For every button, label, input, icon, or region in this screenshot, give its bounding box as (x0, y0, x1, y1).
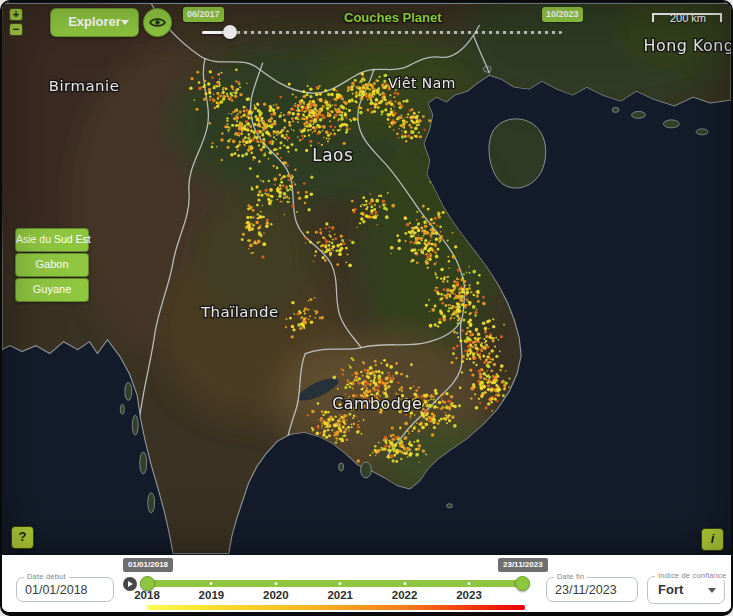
region-button-guyane[interactable]: Guyane (15, 278, 89, 302)
map-label-hong-kong: Hong Kong (643, 36, 731, 55)
layers-bar-title: Couches Planet (344, 10, 442, 25)
timeline-tick-dot (403, 582, 406, 585)
confidence-select[interactable]: Indice de confiance Fort (647, 576, 725, 604)
map-canvas[interactable]: BirmanieViêt NamLaosThaïlandeCambodgeHon… (2, 2, 731, 555)
confidence-gradient-bar (147, 605, 525, 610)
timeline-tick-dot (339, 582, 342, 585)
chevron-down-icon (708, 588, 716, 593)
eye-icon (149, 16, 166, 29)
chevron-down-icon (121, 20, 129, 25)
timeline-year-2020: 2020 (263, 589, 289, 601)
timeline-tick-dot (468, 582, 471, 585)
layers-end-date-badge: 10/2023 (542, 7, 583, 22)
layer-visibility-button[interactable] (143, 8, 172, 37)
timeline-year-2023: 2023 (456, 589, 482, 601)
explorer-dropdown[interactable]: Explorer (50, 8, 139, 37)
layers-timeline-track[interactable] (202, 31, 562, 34)
map-scale-bar: 200 km (652, 6, 724, 26)
timeline-track[interactable] (144, 580, 526, 587)
timeline-bar: Date début 01/01/2018 23/11/2023 2018201… (2, 555, 731, 614)
date-end-input[interactable] (547, 578, 637, 601)
explorer-dropdown-label: Explorer (68, 14, 121, 29)
timeline-year-2022: 2022 (392, 589, 418, 601)
timeline-year-2018: 2018 (134, 589, 160, 601)
timeline-start-tooltip: 01/01/2018 (123, 558, 173, 572)
hainan-island (489, 119, 546, 188)
date-end-field[interactable]: Date fin (546, 577, 638, 602)
region-button-asie-du-sud-est[interactable]: Asie du Sud Est (15, 228, 89, 252)
zoom-in-button[interactable]: + (9, 8, 23, 21)
timeline-year-2021: 2021 (327, 589, 353, 601)
layers-timeline-handle[interactable] (223, 25, 237, 39)
date-end-label: Date fin (554, 572, 587, 581)
map-label-tha-lande: Thaïlande (200, 303, 279, 321)
zoom-controls: + − (9, 8, 23, 38)
timeline-end-handle[interactable] (515, 576, 530, 591)
satellite-map: BirmanieViêt NamLaosThaïlandeCambodgeHon… (2, 2, 731, 555)
map-label-birmanie: Birmanie (49, 77, 120, 95)
date-start-input[interactable] (17, 578, 113, 601)
date-start-label: Date début (24, 572, 69, 581)
layers-start-date-badge: 06/2017 (183, 7, 224, 22)
date-start-field[interactable]: Date début (16, 577, 114, 602)
scale-label: 200 km (652, 12, 724, 24)
help-button[interactable]: ? (11, 526, 34, 549)
map-label-laos: Laos (312, 145, 353, 165)
map-label-cambodge: Cambodge (332, 394, 422, 413)
zoom-out-button[interactable]: − (9, 23, 23, 36)
app-window: BirmanieViêt NamLaosThaïlandeCambodgeHon… (0, 0, 733, 616)
timeline-tick-dot (210, 582, 213, 585)
info-button[interactable]: i (701, 528, 724, 551)
timeline-year-2019: 2019 (199, 589, 225, 601)
region-button-gabon[interactable]: Gabon (15, 253, 89, 277)
timeline-tick-dot (274, 582, 277, 585)
timeline-end-tooltip: 23/11/2023 (498, 558, 548, 572)
map-label-vi-t-nam: Viêt Nam (388, 75, 456, 91)
confidence-label: Indice de confiance (655, 571, 729, 580)
